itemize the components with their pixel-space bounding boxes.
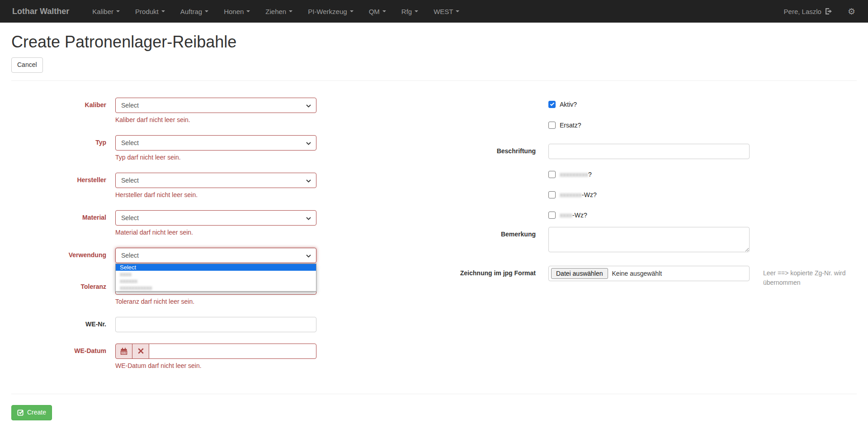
bemerkung-group: Bemerkung [434, 227, 857, 254]
chevron-down-icon [306, 217, 311, 220]
beschriftung-input[interactable] [548, 144, 750, 159]
bemerkung-textarea[interactable] [548, 227, 750, 252]
caret-down-icon [161, 10, 165, 12]
caret-down-icon [246, 10, 250, 12]
we-datum-input[interactable] [149, 344, 316, 359]
beschriftung-label: Beschriftung [434, 144, 536, 155]
file-status-text: Keine ausgewählt [612, 270, 662, 277]
chevron-down-icon [306, 104, 311, 108]
clear-date-button[interactable] [132, 344, 149, 359]
check-icon [550, 102, 555, 106]
redacted-checkbox-row: xxxxxxx-Wz? [548, 191, 857, 198]
dropdown-option-select[interactable]: Select [116, 264, 316, 271]
caret-down-icon [415, 10, 418, 12]
toleranz-error: Toleranz darf nicht leer sein. [115, 298, 316, 305]
kaliber-select[interactable]: Select [115, 98, 316, 113]
beschriftung-group: Beschriftung [434, 144, 857, 159]
brand-link[interactable]: Lothar Walther [12, 0, 69, 23]
hersteller-label: Hersteller [11, 173, 106, 184]
we-datum-group: WE-Datum [11, 344, 434, 369]
form-right-column: Aktiv? Ersatz? Beschriftung xxxxxxxxx? [434, 98, 857, 299]
verwendung-dropdown-list: Select xxxx xxxxxx xxxxxxxxxxx [115, 264, 316, 292]
redacted-checkbox-row: xxxxxxxxx? [548, 171, 857, 178]
verwendung-select[interactable]: Select [115, 248, 316, 263]
navbar: Lothar Walther Kaliber Produkt Auftrag H… [0, 0, 868, 23]
ersatz-checkbox[interactable] [548, 122, 556, 129]
typ-select[interactable]: Select [115, 135, 316, 151]
aktiv-row: Aktiv? [548, 98, 857, 108]
material-label: Material [11, 210, 106, 221]
dropdown-option-redacted[interactable]: xxxxxxxxxxx [116, 284, 316, 291]
create-form: Kaliber Select Kaliber darf nicht leer s… [11, 81, 857, 381]
kaliber-label: Kaliber [11, 98, 106, 108]
typ-label: Typ [11, 135, 106, 146]
we-datum-error: WE-Datum darf nicht leer sein. [115, 362, 316, 369]
toleranz-label: Toleranz [11, 279, 106, 290]
menu-produkt[interactable]: Produkt [127, 0, 173, 23]
page-title: Create Patronenlager-Reibahle [11, 33, 857, 52]
form-left-column: Kaliber Select Kaliber darf nicht leer s… [11, 98, 434, 381]
we-nr-label: WE-Nr. [11, 317, 106, 328]
menu-auftrag[interactable]: Auftrag [173, 0, 216, 23]
bemerkung-label: Bemerkung [434, 227, 536, 238]
dropdown-option-redacted[interactable]: xxxxxx [116, 278, 316, 284]
caret-down-icon [205, 10, 208, 12]
check-square-icon [17, 409, 24, 416]
caret-down-icon [350, 10, 354, 12]
caret-down-icon [456, 10, 459, 12]
ersatz-label: Ersatz? [560, 122, 581, 129]
typ-group: Typ Select Typ darf nicht leer sein. [11, 135, 434, 161]
material-select[interactable]: Select [115, 210, 316, 226]
verwendung-group: Verwendung Select Select xxxx xxxxxx xxx… [11, 248, 434, 263]
menu-pi-werkzeug[interactable]: PI-Werkzeug [300, 0, 361, 23]
zeichnung-note: Leer ==> kopierte Zg-Nr. wird übernommen [763, 266, 854, 287]
chevron-down-icon [306, 254, 311, 258]
footer-divider [11, 394, 857, 394]
zeichnung-label: Zeichnung im jpg Format [434, 266, 536, 277]
we-nr-group: WE-Nr. [11, 317, 434, 332]
caret-down-icon [382, 10, 386, 12]
menu-west[interactable]: WEST [426, 0, 467, 23]
zeichnung-group: Zeichnung im jpg Format Datei auswählen … [434, 266, 857, 287]
verwendung-label: Verwendung [11, 248, 106, 259]
cancel-button[interactable]: Cancel [11, 57, 43, 73]
aktiv-checkbox[interactable] [548, 101, 556, 108]
kaliber-group: Kaliber Select Kaliber darf nicht leer s… [11, 98, 434, 123]
menu-qm[interactable]: QM [361, 0, 394, 23]
material-group: Material Select Material darf nicht leer… [11, 210, 434, 236]
menu-honen[interactable]: Honen [216, 0, 258, 23]
logout-link[interactable]: Pere, Laszlo [784, 8, 832, 15]
redacted-checkbox-3[interactable] [548, 212, 556, 219]
user-name: Pere, Laszlo [784, 8, 821, 15]
main-menu: Kaliber Produkt Auftrag Honen Ziehen PI-… [85, 0, 467, 23]
chevron-down-icon [306, 179, 311, 183]
calendar-icon [120, 348, 127, 355]
zeichnung-file-input[interactable]: Datei auswählen Keine ausgewählt [548, 266, 750, 281]
calendar-button[interactable] [115, 344, 132, 359]
hersteller-select[interactable]: Select [115, 173, 316, 188]
logout-icon [825, 8, 832, 15]
caret-down-icon [116, 10, 120, 12]
hersteller-group: Hersteller Select Hersteller darf nicht … [11, 173, 434, 198]
material-error: Material darf nicht leer sein. [115, 229, 316, 236]
redacted-checkbox-1[interactable] [548, 171, 556, 178]
kaliber-error: Kaliber darf nicht leer sein. [115, 116, 316, 123]
we-datum-label: WE-Datum [11, 344, 106, 354]
chevron-down-icon [306, 142, 311, 145]
gear-icon[interactable]: ⚙ [848, 7, 855, 16]
close-icon [138, 348, 144, 354]
redacted-checkbox-2[interactable] [548, 191, 556, 198]
create-button[interactable]: Create [11, 405, 52, 420]
typ-error: Typ darf nicht leer sein. [115, 154, 316, 161]
caret-down-icon [289, 10, 292, 12]
navbar-right: Pere, Laszlo ⚙ [784, 0, 855, 23]
menu-ziehen[interactable]: Ziehen [258, 0, 300, 23]
menu-rfg[interactable]: Rfg [394, 0, 426, 23]
menu-kaliber[interactable]: Kaliber [85, 0, 127, 23]
hersteller-error: Hersteller darf nicht leer sein. [115, 191, 316, 198]
file-choose-button[interactable]: Datei auswählen [551, 268, 608, 279]
dropdown-option-redacted[interactable]: xxxx [116, 271, 316, 278]
we-nr-input[interactable] [115, 317, 316, 332]
ersatz-row: Ersatz? [548, 122, 857, 129]
aktiv-label: Aktiv? [560, 101, 577, 108]
